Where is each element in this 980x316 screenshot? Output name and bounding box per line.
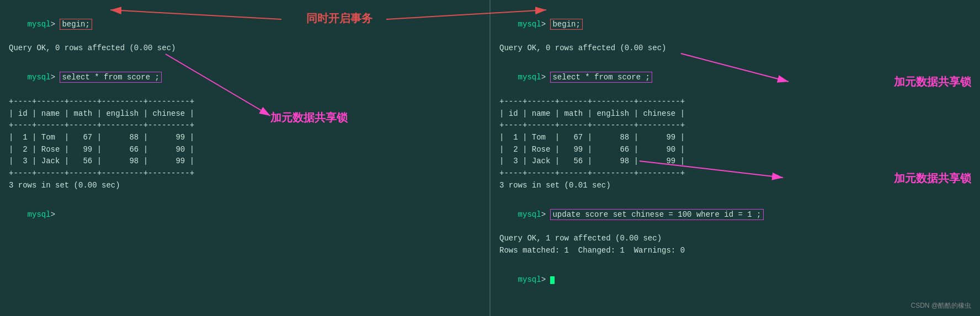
- right-terminal: mysql> begin; Query OK, 0 rows affected …: [491, 0, 980, 316]
- left-prompt-1: mysql> begin;: [28, 19, 92, 30]
- left-begin-cmd: begin;: [60, 19, 92, 30]
- right-update-result1: Query OK, 1 row affected (0.00 sec): [499, 233, 971, 245]
- right-table-row3: | 3 | Jack | 56 | 98 | 99 |: [499, 156, 971, 168]
- left-line-begin: mysql> begin;: [9, 7, 481, 42]
- right-begin-result: Query OK, 0 rows affected (0.00 sec): [499, 42, 971, 55]
- left-select-cmd: select * from score ;: [60, 72, 161, 83]
- left-table-row2: | 2 | Rose | 99 | 66 | 90 |: [9, 144, 481, 156]
- right-begin-cmd: begin;: [550, 19, 582, 30]
- right-table-row2: | 2 | Rose | 99 | 66 | 90 |: [499, 144, 971, 156]
- cursor: [550, 276, 555, 284]
- left-mysql-prompt: mysql>: [9, 197, 481, 233]
- right-select-cmd: select * from score ;: [550, 72, 652, 83]
- left-table-sep3: +----+------+------+---------+---------+: [9, 168, 481, 180]
- watermark: CSDN @酷酷的橡虫: [910, 301, 971, 310]
- left-table-sep2: +----+------+------+---------+---------+: [9, 120, 481, 132]
- right-line-update: mysql> update score set chinese = 100 wh…: [499, 197, 971, 233]
- right-shared-lock1-label: 加元数据共享锁: [894, 74, 971, 89]
- right-table-row1: | 1 | Tom | 67 | 88 | 99 |: [499, 132, 971, 144]
- right-update-cmd: update score set chinese = 100 where id …: [550, 209, 763, 220]
- left-begin-result: Query OK, 0 rows affected (0.00 sec): [9, 42, 481, 55]
- left-table-row1: | 1 | Tom | 67 | 88 | 99 |: [9, 132, 481, 144]
- left-table-header: | id | name | math | english | chinese |: [9, 108, 481, 120]
- right-table-sep2: +----+------+------+---------+---------+: [499, 120, 971, 132]
- left-line-select: mysql> select * from score ;: [9, 60, 481, 96]
- left-table-row3: | 3 | Jack | 56 | 98 | 99 |: [9, 156, 481, 168]
- left-table-sep1: +----+------+------+---------+---------+: [9, 96, 481, 108]
- left-terminal: mysql> begin; Query OK, 0 rows affected …: [0, 0, 491, 316]
- left-rowcount: 3 rows in set (0.00 sec): [9, 180, 481, 192]
- right-update-result2: Rows matched: 1 Changed: 1 Warnings: 0: [499, 245, 971, 257]
- left-shared-lock-label: 加元数据共享锁: [270, 110, 348, 125]
- right-table-header: | id | name | math | english | chinese |: [499, 108, 971, 120]
- right-line-begin: mysql> begin;: [499, 7, 971, 42]
- right-table-sep1: +----+------+------+---------+---------+: [499, 96, 971, 108]
- right-shared-lock2-label: 加元数据共享锁: [894, 171, 971, 186]
- right-mysql-prompt: mysql>: [499, 263, 971, 298]
